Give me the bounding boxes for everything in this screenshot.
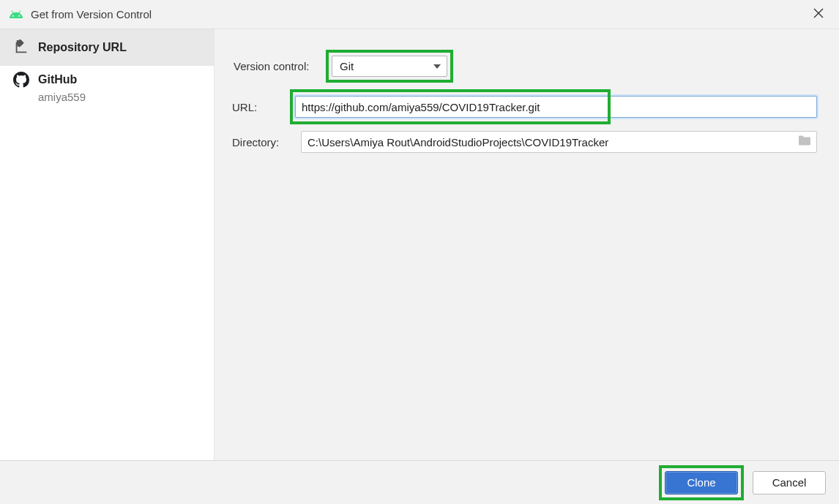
directory-row: Directory: [232,131,817,153]
sidebar-item-github[interactable]: GitHub amiya559 [0,66,214,108]
browse-folder-button[interactable] [798,135,811,148]
directory-input[interactable] [301,131,817,153]
dialog-footer: Clone Cancel [0,460,839,504]
version-control-value: Git [340,60,354,72]
sidebar-github-label: GitHub [38,72,86,88]
dialog-body: Repository URL GitHub amiya559 Version c… [0,29,839,460]
folder-icon [798,135,811,146]
repository-url-icon [13,40,29,56]
version-control-dropdown[interactable]: Git [332,56,447,77]
sidebar: Repository URL GitHub amiya559 [0,29,215,460]
clone-button[interactable]: Clone [665,471,738,494]
main-panel: Version control: Git URL: Directory: [215,29,839,460]
sidebar-github-username: amiya559 [38,91,86,103]
version-control-row: Version control: Git [234,50,817,83]
url-label: URL: [232,101,295,113]
clone-highlight: Clone [659,465,744,500]
url-row: URL: [232,96,817,118]
android-icon [9,7,23,22]
titlebar: Get from Version Control [0,0,839,29]
version-control-highlight: Git [326,50,453,83]
dialog-title: Get from Version Control [31,8,152,20]
github-icon [13,72,29,88]
directory-label: Directory: [232,136,299,148]
close-icon [813,7,824,19]
cancel-button[interactable]: Cancel [753,471,826,494]
sidebar-repository-url-label: Repository URL [38,41,127,54]
close-button[interactable] [807,3,830,26]
url-input[interactable] [295,96,817,118]
version-control-label: Version control: [234,60,321,72]
sidebar-item-repository-url[interactable]: Repository URL [0,29,214,66]
chevron-down-icon [433,64,441,69]
